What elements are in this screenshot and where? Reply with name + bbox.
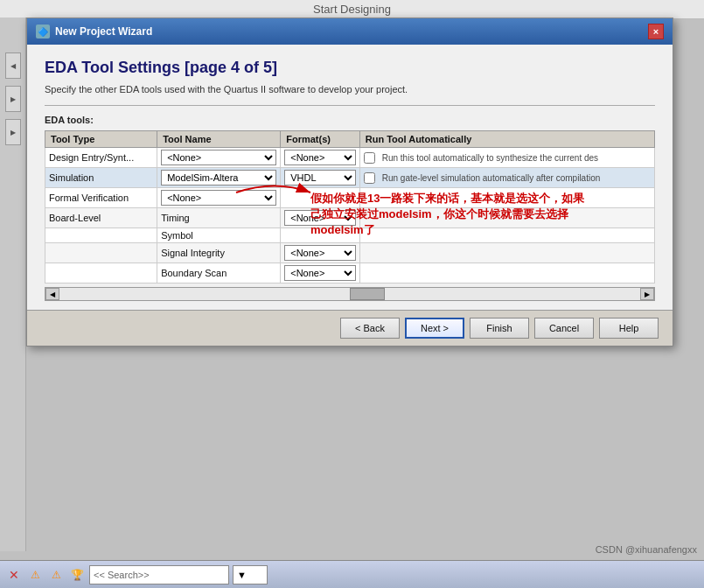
table-row: Design Entry/Synt... <None> <: [45, 148, 655, 168]
design-entry-format-select[interactable]: <None>: [284, 150, 355, 165]
table-row: Symbol: [45, 228, 655, 243]
design-entry-name-select[interactable]: <None>: [161, 150, 276, 165]
help-button[interactable]: Help: [599, 318, 659, 339]
dialog-body: EDA Tool Settings [page 4 of 5] Specify …: [27, 45, 673, 310]
dialog-titlebar: 🔷 New Project Wizard ×: [27, 18, 673, 45]
taskbar-search-label: << Search>>: [94, 570, 150, 580]
scroll-left-button[interactable]: ◀: [45, 288, 59, 300]
cell-tool-name: Signal Integrity: [157, 243, 281, 263]
close-button[interactable]: ×: [648, 24, 664, 39]
cell-tool-type: [45, 228, 157, 243]
signal-integrity-format-select[interactable]: <None>: [284, 245, 355, 261]
col-header-formats: Format(s): [281, 131, 359, 148]
taskbar-dropdown[interactable]: ▼: [233, 565, 268, 584]
cell-tool-type: Formal Verification: [45, 188, 157, 208]
cancel-button[interactable]: Cancel: [534, 318, 594, 339]
cell-tool-type: Design Entry/Synt...: [45, 148, 157, 168]
cell-format: <None>: [281, 263, 359, 284]
taskbar-icon-warning2[interactable]: ⚠: [47, 566, 65, 584]
page-description: Specify the other EDA tools used with th…: [45, 84, 655, 94]
dialog-title-text: New Project Wizard: [55, 25, 152, 38]
taskbar-icon-warning1[interactable]: ⚠: [26, 566, 44, 584]
table-row: Formal Verification <None>: [45, 188, 655, 208]
page-title: EDA Tool Settings [page 4 of 5]: [45, 59, 655, 77]
cell-tool-name: Symbol: [157, 228, 281, 243]
dialog-app-icon: 🔷: [36, 24, 50, 38]
table-row: Signal Integrity <None>: [45, 243, 655, 263]
scroll-thumb[interactable]: [350, 288, 385, 300]
cell-format: VHDL: [281, 168, 359, 188]
taskbar: ✕ ⚠ ⚠ 🏆 << Search>> ▼: [0, 560, 704, 588]
scroll-right-button[interactable]: ▶: [640, 288, 654, 300]
cell-tool-name: <None>: [157, 188, 281, 208]
taskbar-icon-trophy[interactable]: 🏆: [68, 566, 86, 584]
cell-run-auto: Run this tool automatically to synthesiz…: [359, 148, 654, 168]
simulation-name-select[interactable]: ModelSim-Altera: [161, 170, 276, 186]
cell-run-auto: [359, 263, 654, 284]
design-entry-run-desc: Run this tool automatically to synthesiz…: [379, 153, 598, 163]
eda-tools-table: Tool Type Tool Name Format(s) Run Tool A…: [45, 130, 655, 284]
cell-run-auto: Run gate-level simulation automatically …: [359, 168, 654, 188]
finish-button[interactable]: Finish: [470, 318, 529, 339]
cell-format: <None>: [281, 208, 359, 228]
cell-tool-type: [45, 263, 157, 284]
table-row: Board-Level Timing <None>: [45, 208, 655, 228]
simulation-format-select[interactable]: VHDL: [284, 170, 355, 186]
background-hint: Start Designing: [0, 0, 704, 19]
timing-format-select[interactable]: <None>: [284, 210, 355, 226]
col-header-tool-type: Tool Type: [45, 131, 157, 148]
table-scroll-area: Tool Type Tool Name Format(s) Run Tool A…: [45, 130, 655, 284]
cell-run-auto: [359, 243, 654, 263]
cell-run-auto: [359, 208, 654, 228]
new-project-wizard-dialog: 🔷 New Project Wizard × EDA Tool Settings…: [26, 18, 673, 346]
cell-tool-type: [45, 243, 157, 263]
section-label: EDA tools:: [45, 115, 655, 125]
table-row: Simulation ModelSim-Altera VH: [45, 168, 655, 188]
col-header-tool-name: Tool Name: [157, 131, 281, 148]
design-entry-run-checkbox[interactable]: [364, 152, 375, 164]
horizontal-scrollbar[interactable]: ◀ ▶: [45, 287, 655, 301]
cell-tool-name: ModelSim-Altera: [157, 168, 281, 188]
separator: [45, 105, 655, 106]
left-sidebar: ◀ ▶ ▶: [0, 18, 26, 551]
taskbar-search-box[interactable]: << Search>>: [89, 565, 229, 584]
boundary-scan-format-select[interactable]: <None>: [284, 265, 355, 281]
cell-run-auto: [359, 228, 654, 243]
cell-format: [281, 188, 359, 208]
cell-format: <None>: [281, 243, 359, 263]
cell-run-auto: [359, 188, 654, 208]
cell-tool-name: <None>: [157, 148, 281, 168]
table-row: Boundary Scan <None>: [45, 263, 655, 284]
formal-name-select[interactable]: <None>: [161, 190, 276, 206]
next-button[interactable]: Next >: [405, 318, 464, 339]
cell-format: <None>: [281, 148, 359, 168]
cell-tool-name: Boundary Scan: [157, 263, 281, 284]
back-button[interactable]: < Back: [340, 318, 400, 339]
cell-tool-type: Board-Level: [45, 208, 157, 228]
bg-title: Start Designing: [313, 3, 391, 16]
cell-format: [281, 228, 359, 243]
simulation-run-checkbox[interactable]: [364, 172, 375, 184]
cell-tool-name: Timing: [157, 208, 281, 228]
taskbar-icon-close[interactable]: ✕: [5, 566, 23, 584]
dialog-footer: < Back Next > Finish Cancel Help: [27, 310, 673, 346]
sidebar-btn-1[interactable]: ◀: [5, 52, 21, 79]
col-header-run-auto: Run Tool Automatically: [359, 131, 654, 148]
sidebar-btn-2[interactable]: ▶: [5, 86, 21, 112]
cell-tool-type: Simulation: [45, 168, 157, 188]
sidebar-btn-3[interactable]: ▶: [5, 119, 21, 145]
simulation-run-desc: Run gate-level simulation automatically …: [379, 173, 601, 183]
taskbar-dropdown-label: ▼: [237, 570, 247, 580]
scroll-track[interactable]: [59, 288, 640, 300]
watermark-text: CSDN @xihuanafengxx: [596, 544, 697, 555]
title-left: 🔷 New Project Wizard: [36, 24, 152, 38]
